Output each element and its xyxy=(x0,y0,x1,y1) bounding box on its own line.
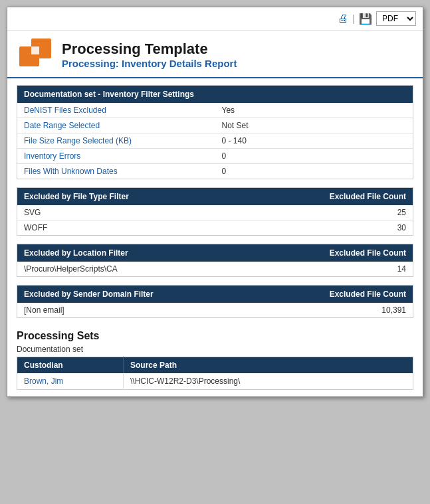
page-header: Processing Template Processing: Inventor… xyxy=(7,31,423,78)
filter-value: 0 xyxy=(215,149,413,164)
file-type-section-title: Excluded by File Type Filter xyxy=(24,192,129,201)
inventory-section-header: Documentation set - Inventory Filter Set… xyxy=(17,86,413,103)
processing-sets-table: Custodian Source Path Brown, Jim \\HCIC-… xyxy=(17,357,413,390)
filter-value: Yes xyxy=(215,103,413,118)
filter-label: DeNIST Files Excluded xyxy=(17,103,215,118)
table-row: Files With Unknown Dates 0 xyxy=(17,164,413,179)
table-header-row: Custodian Source Path xyxy=(17,357,413,374)
table-row: SVG 25 xyxy=(17,205,413,220)
sender-domain-section: Excluded by Sender Domain Filter Exclude… xyxy=(17,285,413,318)
location-section: Excluded by Location Filter Excluded Fil… xyxy=(17,244,413,277)
processing-sets-area: Processing Sets Documentation set Custod… xyxy=(17,326,413,390)
format-select[interactable]: PDF Word Excel xyxy=(376,11,416,26)
filter-label: Files With Unknown Dates xyxy=(17,164,215,179)
custodian-col-header: Custodian xyxy=(17,357,124,374)
processing-sets-title: Processing Sets xyxy=(17,326,413,343)
filter-label: Inventory Errors xyxy=(17,149,215,164)
doc-set-label: Documentation set xyxy=(17,345,413,354)
sender-domain-table: [Non email] 10,391 xyxy=(17,303,413,317)
main-window: 🖨 | 💾 PDF Word Excel Processing Template… xyxy=(7,7,423,397)
table-row: Brown, Jim \\HCIC-W12R2-D3\Processing\ xyxy=(17,373,413,390)
table-row: \Procuro\HelperScripts\CA 14 xyxy=(17,262,413,276)
location-section-title: Excluded by Location Filter xyxy=(24,248,128,258)
location-col-header: Excluded File Count xyxy=(330,248,406,258)
sender-domain-col-header: Excluded File Count xyxy=(330,290,406,299)
header-text: Processing Template Processing: Inventor… xyxy=(62,41,237,69)
sender-domain-section-title: Excluded by Sender Domain Filter xyxy=(24,290,154,299)
inventory-section: Documentation set - Inventory Filter Set… xyxy=(17,85,413,179)
toolbar-separator: | xyxy=(352,13,355,24)
svg-rect-2 xyxy=(31,46,39,54)
filter-value: 0 - 140 xyxy=(215,133,413,149)
print-icon[interactable]: 🖨 xyxy=(338,13,348,25)
sender-domain-name: [Non email] xyxy=(17,303,249,317)
file-type-col-header: Excluded File Count xyxy=(330,192,406,201)
filter-label: File Size Range Selected (KB) xyxy=(17,133,215,149)
file-type-section-header: Excluded by File Type Filter Excluded Fi… xyxy=(17,188,413,205)
inventory-table: DeNIST Files Excluded Yes Date Range Sel… xyxy=(17,103,413,179)
table-row: Date Range Selected Not Set xyxy=(17,118,413,133)
sender-domain-section-header: Excluded by Sender Domain Filter Exclude… xyxy=(17,286,413,303)
filter-label: Date Range Selected xyxy=(17,118,215,133)
location-name: \Procuro\HelperScripts\CA xyxy=(17,262,345,276)
inventory-section-title: Documentation set - Inventory Filter Set… xyxy=(24,90,194,99)
location-table: \Procuro\HelperScripts\CA 14 xyxy=(17,262,413,276)
file-type-count: 25 xyxy=(264,205,413,220)
file-type-table: SVG 25 WOFF 30 xyxy=(17,205,413,235)
table-row: WOFF 30 xyxy=(17,220,413,236)
location-count: 14 xyxy=(345,262,413,276)
custodian-value: Brown, Jim xyxy=(17,373,124,390)
file-type-name: WOFF xyxy=(17,220,264,236)
file-type-name: SVG xyxy=(17,205,264,220)
page-title: Processing Template xyxy=(62,41,237,58)
source-path-col-header: Source Path xyxy=(124,357,413,374)
location-section-header: Excluded by Location Filter Excluded Fil… xyxy=(17,244,413,262)
table-row: [Non email] 10,391 xyxy=(17,303,413,317)
source-path-value: \\HCIC-W12R2-D3\Processing\ xyxy=(124,373,413,390)
file-type-count: 30 xyxy=(264,220,413,236)
save-icon[interactable]: 💾 xyxy=(359,13,372,25)
table-row: Inventory Errors 0 xyxy=(17,149,413,164)
filter-value: 0 xyxy=(215,164,413,179)
content-area: Documentation set - Inventory Filter Set… xyxy=(7,78,423,396)
page-subtitle: Processing: Inventory Details Report xyxy=(62,58,237,69)
logo-icon xyxy=(18,37,53,72)
table-row: DeNIST Files Excluded Yes xyxy=(17,103,413,118)
file-type-section: Excluded by File Type Filter Excluded Fi… xyxy=(17,187,413,236)
toolbar: 🖨 | 💾 PDF Word Excel xyxy=(7,7,423,31)
table-row: File Size Range Selected (KB) 0 - 140 xyxy=(17,133,413,149)
filter-value: Not Set xyxy=(215,118,413,133)
sender-domain-count: 10,391 xyxy=(249,303,413,317)
